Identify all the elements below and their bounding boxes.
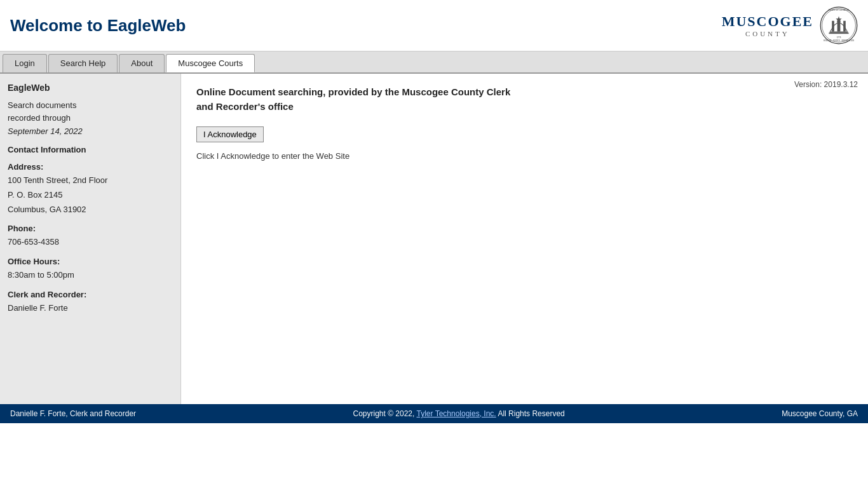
phone-value: 706-653-4358 [8, 236, 173, 249]
footer-left: Danielle F. Forte, Clerk and Recorder [10, 409, 136, 418]
sidebar-date: September 14, 2022 [8, 126, 173, 136]
header: Welcome to EagleWeb MUSCOGEE COUNTY STAT… [0, 0, 868, 51]
address-line2: P. O. Box 2145 [8, 189, 173, 202]
svg-text:STATE OF GEORGIA: STATE OF GEORGIA [828, 9, 849, 11]
svg-text:WISDOM · JUSTICE · MODERATION: WISDOM · JUSTICE · MODERATION [824, 39, 855, 42]
hours-label: Office Hours: [8, 257, 173, 266]
tab-login[interactable]: Login [3, 54, 47, 72]
acknowledge-button[interactable]: I Acknowledge [196, 126, 264, 142]
main-layout: EagleWeb Search documents recorded throu… [0, 74, 868, 404]
tab-search-help[interactable]: Search Help [48, 54, 118, 72]
clerk-label: Clerk and Recorder: [8, 290, 173, 299]
navbar: Login Search Help About Muscogee Courts [0, 51, 868, 74]
header-logos: MUSCOGEE COUNTY STATE OF GEORGIA WISDOM … [722, 6, 858, 44]
clerk-value: Danielle F. Forte [8, 302, 173, 315]
footer-right: Muscogee County, GA [782, 409, 858, 418]
tab-muscogee-courts[interactable]: Muscogee Courts [166, 54, 255, 72]
tab-about[interactable]: About [119, 54, 165, 72]
logo-name-top: MUSCOGEE [722, 13, 813, 30]
svg-text:1776: 1776 [837, 36, 841, 39]
hours-value: 8:30am to 5:00pm [8, 269, 173, 282]
acknowledge-instructions: Click I Acknowledge to enter the Web Sit… [196, 151, 853, 161]
georgia-seal-icon: STATE OF GEORGIA WISDOM · JUSTICE · MODE… [820, 6, 858, 44]
footer-copyright-link[interactable]: Tyler Technologies, Inc. [417, 409, 496, 418]
sidebar-search-text: Search documents recorded through [8, 99, 173, 124]
muscogee-logo: MUSCOGEE COUNTY [722, 13, 813, 37]
content-heading: Online Document searching, provided by t… [196, 85, 514, 114]
svg-rect-5 [830, 32, 848, 33]
sidebar-title: EagleWeb [8, 83, 173, 93]
footer-copyright: Copyright © 2022, [353, 409, 414, 418]
phone-label: Phone: [8, 224, 173, 233]
sidebar: EagleWeb Search documents recorded throu… [0, 74, 181, 404]
version-label: Version: 2019.3.12 [794, 80, 858, 89]
content-area: Version: 2019.3.12 Online Document searc… [181, 74, 868, 404]
footer: Danielle F. Forte, Clerk and Recorder Co… [0, 404, 868, 423]
address-line3: Columbus, GA 31902 [8, 203, 173, 217]
address-label: Address: [8, 162, 173, 172]
sidebar-contact-title: Contact Information [8, 145, 173, 154]
svg-rect-6 [829, 32, 848, 34]
logo-name-bottom: COUNTY [745, 30, 790, 37]
footer-center: Copyright © 2022, Tyler Technologies, In… [353, 409, 564, 418]
address-line1: 100 Tenth Street, 2nd Floor [8, 174, 173, 187]
page-title: Welcome to EagleWeb [10, 16, 722, 36]
footer-copyright-suffix: All Rights Reserved [498, 409, 564, 418]
